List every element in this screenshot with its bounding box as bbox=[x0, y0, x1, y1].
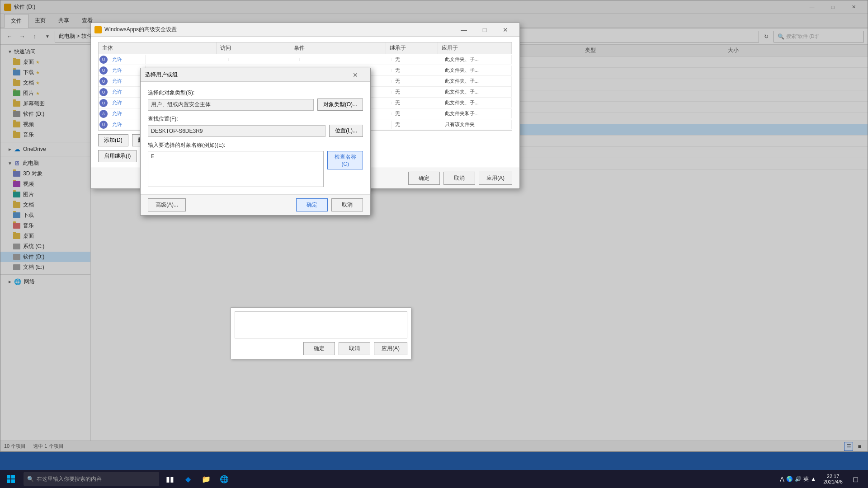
location-input[interactable] bbox=[148, 125, 326, 137]
object-type-row: 对象类型(O)... bbox=[148, 99, 363, 111]
location-label: 查找位置(F): bbox=[148, 115, 363, 123]
user-cancel-button[interactable]: 取消 bbox=[331, 198, 363, 211]
advanced-button[interactable]: 高级(A)... bbox=[148, 198, 186, 211]
select-user-buttons: 高级(A)... 确定 取消 bbox=[141, 194, 370, 215]
volume-icon[interactable]: 🔊 bbox=[795, 476, 802, 482]
lang-icon[interactable]: 英 bbox=[803, 475, 809, 483]
input-row: E 检查名称(C) bbox=[148, 151, 363, 187]
taskbar-search[interactable]: 🔍 在这里输入你要搜索的内容 bbox=[24, 472, 159, 486]
security-confirm-button[interactable]: 确定 bbox=[408, 172, 440, 185]
principal-1 bbox=[146, 58, 229, 61]
user-icon-users: U bbox=[99, 120, 108, 130]
select-user-dialog: 选择用户或组 ✕ 选择此对象类型(S): 对象类型(O)... 查找位置(F):… bbox=[140, 68, 371, 216]
col-inherit: 继承于 bbox=[386, 42, 438, 54]
taskbar-right: ⋀ 🌎 🔊 英 ▲ 22:17 2021/4/6 ◻ bbox=[776, 470, 868, 488]
footer-confirm[interactable]: 确定 bbox=[303, 342, 335, 355]
apply-4: 此文件夹、子... bbox=[441, 87, 512, 97]
inherit-admin: 无 bbox=[392, 109, 441, 118]
allow-1: 允许 bbox=[108, 55, 146, 64]
apply-1: 此文件夹、子... bbox=[441, 55, 512, 64]
perm-row-1[interactable]: U 允许 无 此文件夹、子... bbox=[99, 54, 512, 65]
select-user-content: 选择此对象类型(S): 对象类型(O)... 查找位置(F): 位置(L)...… bbox=[141, 82, 370, 194]
svg-rect-0 bbox=[7, 475, 10, 479]
select-user-close[interactable]: ✕ bbox=[345, 68, 366, 82]
time-display: 22:17 bbox=[823, 474, 843, 479]
taskbar-search-icon: 🔍 bbox=[27, 476, 34, 482]
location-row: 位置(L)... bbox=[148, 125, 363, 137]
taskbar-edge-icon[interactable]: ◆ bbox=[179, 470, 197, 488]
apply-3: 此文件夹、子... bbox=[441, 76, 512, 86]
permissions-footer-content bbox=[235, 311, 407, 338]
system-tray: ⋀ 🌎 🔊 英 ▲ bbox=[776, 475, 820, 483]
user-icon-4: U bbox=[99, 87, 108, 97]
notification-button[interactable]: ◻ bbox=[846, 470, 864, 488]
inherit-4: 无 bbox=[392, 87, 441, 97]
location-button[interactable]: 位置(L)... bbox=[329, 125, 363, 137]
network-tray-icon[interactable]: 🌎 bbox=[786, 476, 793, 482]
footer-cancel[interactable]: 取消 bbox=[339, 342, 370, 355]
taskbar-photos-icon[interactable]: 🌐 bbox=[215, 470, 233, 488]
task-view-button[interactable]: ▮▮ bbox=[161, 470, 179, 488]
security-dialog-icon bbox=[94, 26, 102, 33]
enable-inherit-button[interactable]: 启用继承(I) bbox=[98, 150, 137, 162]
object-type-button[interactable]: 对象类型(O)... bbox=[317, 99, 363, 111]
select-user-title: 选择用户或组 bbox=[145, 71, 345, 79]
col-access: 访问 bbox=[217, 42, 290, 54]
input-label: 输入要选择的对象名称(例如)(E): bbox=[148, 141, 363, 149]
start-button[interactable] bbox=[0, 470, 22, 488]
object-type-input[interactable] bbox=[148, 99, 314, 111]
object-name-input[interactable]: E bbox=[148, 151, 324, 187]
user-icon-admin: A bbox=[99, 109, 108, 119]
security-cancel-button[interactable]: 取消 bbox=[443, 172, 475, 185]
apply-admin: 此文件夹和子... bbox=[441, 109, 512, 118]
taskbar: 🔍 在这里输入你要搜索的内容 ▮▮ ◆ 📁 🌐 ⋀ 🌎 🔊 英 ▲ 22:17 … bbox=[0, 470, 868, 488]
permissions-footer-dialog: 确定 取消 应用(A) bbox=[231, 307, 411, 359]
user-icon-2: U bbox=[99, 66, 108, 75]
confirm-cancel-buttons: 确定 取消 bbox=[296, 198, 363, 211]
ime-icon[interactable]: ▲ bbox=[811, 476, 816, 482]
access-1 bbox=[229, 58, 299, 61]
inherit-5: 无 bbox=[392, 98, 441, 108]
security-dialog-minimize[interactable]: — bbox=[453, 23, 474, 37]
select-user-titlebar: 选择用户或组 ✕ bbox=[141, 68, 370, 82]
user-confirm-button[interactable]: 确定 bbox=[296, 198, 328, 211]
inherit-3: 无 bbox=[392, 76, 441, 86]
svg-rect-1 bbox=[11, 475, 15, 479]
check-name-button[interactable]: 检查名称(C) bbox=[327, 151, 363, 169]
svg-rect-2 bbox=[7, 479, 10, 483]
windows-icon bbox=[6, 474, 15, 483]
security-dialog-title: WindowsApps的高级安全设置 bbox=[104, 26, 453, 33]
permissions-footer-buttons: 确定 取消 应用(A) bbox=[235, 342, 407, 355]
user-icon-3: U bbox=[99, 76, 108, 86]
apply-users: 只有该文件夹 bbox=[441, 120, 512, 129]
taskbar-explorer-icon[interactable]: 📁 bbox=[197, 470, 215, 488]
taskbar-time: 22:17 2021/4/6 bbox=[820, 474, 846, 484]
apply-5: 此文件夹、子... bbox=[441, 98, 512, 108]
security-apply-button[interactable]: 应用(A) bbox=[479, 172, 512, 185]
inherit-users: 无 bbox=[392, 120, 441, 129]
security-dialog-close[interactable]: ✕ bbox=[495, 23, 516, 37]
taskbar-search-placeholder: 在这里输入你要搜索的内容 bbox=[37, 475, 102, 483]
apply-2: 此文件夹、子... bbox=[441, 66, 512, 75]
col-principal: 主体 bbox=[99, 42, 217, 54]
user-icon-5: U bbox=[99, 98, 108, 108]
inherit-2: 无 bbox=[392, 66, 441, 75]
object-type-label: 选择此对象类型(S): bbox=[148, 89, 363, 97]
footer-apply[interactable]: 应用(A) bbox=[374, 342, 407, 355]
permissions-table-header: 主体 访问 条件 继承于 应用于 bbox=[99, 42, 512, 54]
user-icon-1: U bbox=[99, 55, 108, 65]
tray-arrow[interactable]: ⋀ bbox=[780, 476, 784, 482]
col-apply: 应用于 bbox=[438, 42, 512, 54]
condition-1 bbox=[300, 58, 392, 61]
security-dialog-maximize[interactable]: □ bbox=[474, 23, 495, 37]
security-dialog-titlebar: WindowsApps的高级安全设置 — □ ✕ bbox=[91, 23, 519, 37]
inherit-1: 无 bbox=[392, 55, 441, 64]
add-button[interactable]: 添加(D) bbox=[98, 134, 128, 146]
date-display: 2021/4/6 bbox=[823, 479, 843, 484]
svg-rect-3 bbox=[11, 479, 15, 483]
col-condition: 条件 bbox=[290, 42, 386, 54]
